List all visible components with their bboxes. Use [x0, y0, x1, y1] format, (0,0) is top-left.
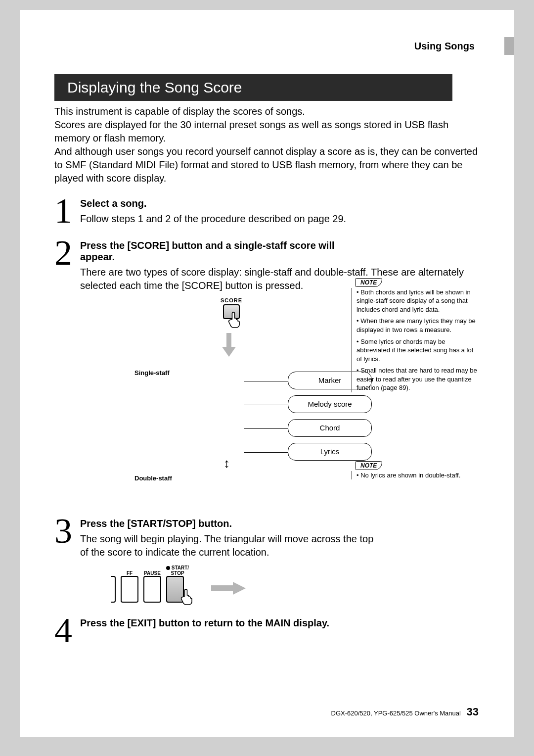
note-item: • Small notes that are hard to read may …	[356, 366, 480, 392]
step-body: Press the [EXIT] button to return to the…	[80, 614, 480, 647]
step-heading: Select a song.	[80, 198, 480, 209]
ff-button-group: FF	[121, 570, 138, 603]
footer-model: DGX-620/520, YPG-625/525 Owner's Manual	[331, 709, 461, 717]
section-title-wrap: Displaying the Song Score	[54, 74, 480, 101]
dot-icon	[166, 566, 170, 570]
step-2: 2 Press the [SCORE] button and a single-…	[54, 237, 480, 495]
note-label: NOTE	[355, 278, 382, 287]
note-item: • Both chords and lyrics will be shown i…	[356, 288, 480, 314]
double-staff-label: Double-staff	[134, 474, 172, 482]
partial-button	[111, 576, 116, 603]
callout-lyrics: Lyrics	[288, 443, 372, 461]
note-items: • Both chords and lyrics will be shown i…	[351, 288, 480, 392]
arrow-down-icon	[222, 333, 236, 357]
step-body: Press the [SCORE] button and a single-st…	[80, 237, 480, 495]
step-heading: Press the [SCORE] button and a single-st…	[80, 240, 357, 263]
hand-pointer-icon	[180, 588, 194, 608]
hand-pointer-icon	[227, 311, 241, 331]
step-1: 1 Select a song. Follow steps 1 and 2 of…	[54, 195, 480, 227]
step-heading: Press the [START/STOP] button.	[80, 518, 480, 529]
step-number: 4	[54, 614, 80, 647]
note-item: • No lyrics are shown in double-staff.	[356, 471, 480, 480]
step-text: Follow steps 1 and 2 of the procedure de…	[80, 212, 480, 226]
note-item: • When there are many lyrics they may be…	[356, 317, 480, 334]
note-label: NOTE	[355, 461, 382, 470]
step-3: 3 Press the [START/STOP] button. The son…	[54, 515, 480, 603]
note-box-2: NOTE • No lyrics are shown in double-sta…	[351, 461, 480, 483]
pause-button-group: PAUSE	[143, 570, 161, 603]
note-box-1: NOTE • Both chords and lyrics will be sh…	[351, 278, 480, 395]
pause-button-icon	[143, 576, 161, 603]
step-number: 3	[54, 515, 80, 603]
manual-page: Using Songs Displaying the Song Score Th…	[20, 10, 514, 737]
page-tab-decor	[504, 37, 514, 55]
arrow-right-icon	[211, 582, 246, 595]
updown-arrow-icon: ↕	[223, 456, 230, 471]
step-text: The song will begin playing. The triangu…	[80, 532, 382, 559]
step-body: Select a song. Follow steps 1 and 2 of t…	[80, 195, 480, 227]
step-body: Press the [START/STOP] button. The song …	[80, 515, 480, 603]
ff-label: FF	[121, 570, 138, 576]
single-staff-label: Single-staff	[134, 369, 170, 377]
callout-melody: Melody score	[288, 395, 372, 413]
callout-chord: Chord	[288, 419, 372, 437]
score-diagram: SCORE Single-staff Double-staff ↕ Marker…	[80, 297, 480, 495]
step-heading: Press the [EXIT] button to return to the…	[80, 617, 480, 629]
step-number: 2	[54, 237, 80, 495]
page-footer: DGX-620/520, YPG-625/525 Owner's Manual …	[331, 706, 479, 718]
step-4: 4 Press the [EXIT] button to return to t…	[54, 614, 480, 647]
section-title: Displaying the Song Score	[54, 74, 452, 101]
note-items: • No lyrics are shown in double-staff.	[351, 471, 480, 480]
score-button-label: SCORE	[221, 297, 242, 303]
startstop-label: START/STOP	[166, 565, 189, 576]
step-number: 1	[54, 195, 80, 227]
section-header: Using Songs	[414, 41, 475, 52]
button-row-illustration: FF PAUSE START/STOP	[111, 565, 480, 603]
ff-button-icon	[121, 576, 138, 603]
page-number: 33	[467, 706, 479, 718]
intro-paragraph: This instrument is capable of display th…	[54, 105, 480, 185]
pause-label: PAUSE	[143, 570, 161, 576]
note-item: • Some lyrics or chords may be abbreviat…	[356, 337, 480, 364]
